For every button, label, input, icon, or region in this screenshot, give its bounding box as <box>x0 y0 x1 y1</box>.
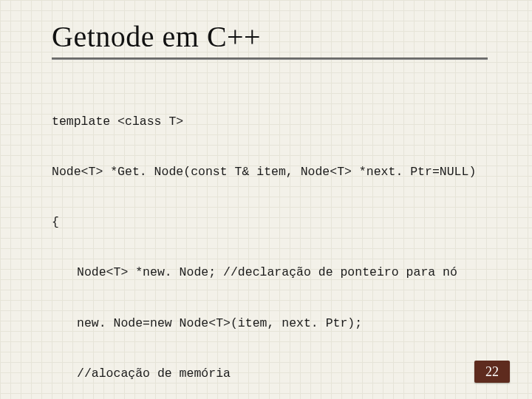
code-line: new. Node=new Node<T>(item, next. Ptr); <box>52 316 502 332</box>
code-line: //alocação de memória <box>52 366 502 383</box>
code-line: Node<T> *new. Node; //declaração de pont… <box>52 265 502 282</box>
code-line: template <class T> <box>52 114 502 131</box>
code-line: { <box>52 214 502 231</box>
code-line: Node<T> *Get. Node(const T& item, Node<T… <box>52 164 502 181</box>
page-number-badge: 22 <box>474 361 510 383</box>
code-block: template <class T> Node<T> *Get. Node(co… <box>52 80 502 399</box>
slide-title: Getnode em C++ <box>52 19 261 54</box>
title-underline <box>52 58 488 60</box>
slide: Getnode em C++ template <class T> Node<T… <box>0 0 532 399</box>
